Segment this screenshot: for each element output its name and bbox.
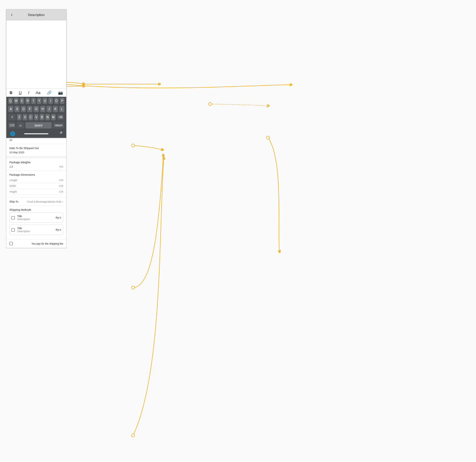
camera-icon[interactable]: 📷 — [58, 90, 63, 95]
key-l[interactable]: L — [59, 106, 64, 112]
num-key[interactable]: 123 — [8, 122, 15, 129]
shift-key[interactable]: ⇧ — [8, 114, 16, 120]
ship-to-row[interactable]: Ship To Food & BeverageJakarta Only› — [6, 197, 66, 206]
key-u[interactable]: U — [43, 98, 47, 104]
key-c[interactable]: C — [28, 114, 33, 120]
svg-point-7 — [209, 102, 212, 106]
space-key[interactable]: space — [25, 122, 52, 129]
screen-description-editor: ‹ Description B U I Aa 🔗 📷 QWERTYUIOP AS… — [6, 9, 67, 138]
key-q[interactable]: Q — [8, 98, 13, 104]
fontsize-button[interactable]: Aa — [36, 90, 41, 95]
svg-point-6 — [132, 434, 135, 437]
keyboard: QWERTYUIOP ASDFGHJKL ⇧ ZXCVBNM ⌫ 123 ☺ s… — [6, 97, 66, 138]
key-i[interactable]: I — [48, 98, 53, 104]
key-p[interactable]: P — [60, 98, 64, 104]
emoji-key[interactable]: ☺ — [17, 122, 24, 129]
key-h[interactable]: H — [40, 106, 45, 112]
globe-icon[interactable]: 🌐 — [10, 131, 15, 136]
key-x[interactable]: X — [23, 114, 27, 120]
svg-point-8 — [266, 136, 269, 139]
mic-icon[interactable]: 🎤 — [57, 131, 63, 136]
return-key[interactable]: return — [53, 122, 64, 129]
bold-button[interactable]: B — [10, 90, 12, 95]
key-f[interactable]: F — [27, 106, 32, 112]
key-r[interactable]: R — [25, 98, 30, 104]
key-n[interactable]: N — [45, 114, 50, 120]
svg-point-5 — [132, 286, 135, 289]
italic-button[interactable]: I — [28, 90, 29, 95]
key-b[interactable]: B — [40, 114, 44, 120]
key-v[interactable]: V — [34, 114, 39, 120]
back-button[interactable]: ‹ — [9, 9, 15, 20]
key-a[interactable]: A — [8, 106, 13, 112]
key-m[interactable]: M — [51, 114, 56, 120]
key-d[interactable]: D — [21, 106, 26, 112]
key-t[interactable]: T — [31, 98, 36, 104]
key-k[interactable]: K — [53, 106, 58, 112]
key-y[interactable]: Y — [37, 98, 41, 104]
key-j[interactable]: J — [47, 106, 52, 112]
key-s[interactable]: S — [15, 106, 20, 112]
link-icon[interactable]: 🔗 — [47, 90, 52, 95]
underline-button[interactable]: U — [19, 90, 21, 95]
key-o[interactable]: O — [54, 98, 59, 104]
key-w[interactable]: W — [14, 98, 18, 104]
svg-point-4 — [132, 144, 135, 147]
key-e[interactable]: E — [20, 98, 24, 104]
backspace-key[interactable]: ⌫ — [57, 114, 64, 120]
key-z[interactable]: Z — [17, 114, 21, 120]
key-g[interactable]: G — [34, 106, 39, 112]
description-textarea[interactable] — [6, 20, 66, 88]
